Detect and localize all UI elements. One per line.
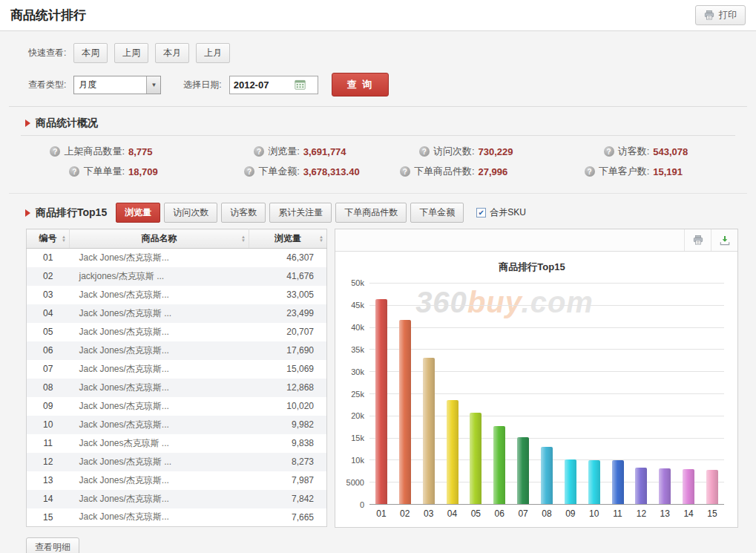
table-row: 11Jack Jones杰克琼斯 ...9,838 xyxy=(27,434,327,453)
chart-body: 商品排行Top15 50k45k40k35k30k25k20k15k10k500… xyxy=(335,252,737,527)
bar-slot xyxy=(369,283,393,504)
x-axis-label: 11 xyxy=(606,508,630,521)
overview-head: 商品统计概况 xyxy=(0,107,756,135)
rank-tab-3[interactable]: 累计关注量 xyxy=(269,203,332,223)
merge-sku-checkbox[interactable]: ✔ xyxy=(476,208,486,217)
date-input[interactable] xyxy=(234,79,295,91)
chart-bar-09 xyxy=(565,459,576,504)
table-row: 06Jack Jones/杰克琼斯...17,690 xyxy=(27,341,327,360)
help-icon[interactable]: ? xyxy=(244,166,254,177)
bar-slot xyxy=(559,283,582,504)
print-button-label: 打印 xyxy=(719,9,737,22)
sort-icon[interactable]: ▲▼ xyxy=(241,235,246,243)
bar-slot xyxy=(464,283,487,504)
stat-value: 18,709 xyxy=(128,166,158,177)
row-name: Jack Jones/杰克琼斯... xyxy=(70,323,249,341)
row-value: 7,665 xyxy=(249,508,327,527)
table-row: 01Jack Jones/杰克琼斯...46,307 xyxy=(27,249,327,267)
chart-download-icon[interactable] xyxy=(711,229,737,251)
stat-label-wrap: ?下单客户数: xyxy=(559,165,649,178)
table-row: 04Jack Jones/杰克琼斯 ...23,499 xyxy=(27,304,327,323)
column-header-views[interactable]: 浏览量 ▲▼ xyxy=(249,229,327,249)
x-axis-label: 13 xyxy=(653,508,677,521)
column-header-name[interactable]: 商品名称 ▲▼ xyxy=(70,229,249,249)
help-icon[interactable]: ? xyxy=(585,166,595,177)
footer: 查看明细 xyxy=(0,528,756,553)
x-axis-label: 15 xyxy=(700,508,724,521)
chart-bar-05 xyxy=(470,413,481,504)
quick-button-1[interactable]: 上周 xyxy=(114,43,148,63)
ranking-head: 商品排行Top15 浏览量访问次数访客数累计关注量下单商品件数下单金额 ✔ 合并… xyxy=(0,194,756,229)
chart-x-labels: 010203040506070809101112131415 xyxy=(369,508,724,521)
rank-table-body: 01Jack Jones/杰克琼斯...46,30702jackjones/杰克… xyxy=(27,249,327,527)
row-name: Jack Jones/杰克琼斯... xyxy=(70,379,249,397)
x-axis-label: 14 xyxy=(677,508,700,521)
stat-value: 543,078 xyxy=(653,146,688,157)
x-axis-label: 07 xyxy=(511,508,535,521)
ranking-content: 编号 ▲▼ 商品名称 ▲▼ 浏览量 ▲▼ 01Jack Jones/杰克琼斯..… xyxy=(0,229,756,528)
sort-icon[interactable]: ▲▼ xyxy=(319,235,323,243)
row-value: 7,842 xyxy=(249,490,327,508)
row-value: 33,005 xyxy=(249,286,327,304)
chart-bar-01 xyxy=(375,299,387,504)
chart-plot: 360buy.com xyxy=(369,283,724,505)
help-icon[interactable]: ? xyxy=(50,146,60,157)
row-value: 15,069 xyxy=(249,360,327,379)
rank-tab-5[interactable]: 下单金额 xyxy=(410,203,464,223)
help-icon[interactable]: ? xyxy=(69,166,79,177)
bar-slot xyxy=(441,283,464,504)
y-axis-label: 20k xyxy=(351,411,364,420)
help-icon[interactable]: ? xyxy=(419,146,430,157)
rank-tab-1[interactable]: 访问次数 xyxy=(164,203,217,223)
x-spacer xyxy=(340,508,369,521)
merge-sku-toggle[interactable]: ✔ 合并SKU xyxy=(476,206,526,219)
quick-button-2[interactable]: 本月 xyxy=(155,43,189,63)
chart-bar-03 xyxy=(423,358,435,504)
y-axis-label: 25k xyxy=(351,390,364,399)
x-axis-label: 09 xyxy=(559,508,582,521)
row-value: 9,982 xyxy=(249,416,327,434)
print-button[interactable]: 打印 xyxy=(695,5,746,25)
rank-tab-0[interactable]: 浏览量 xyxy=(116,203,160,223)
chart-bar-08 xyxy=(541,447,553,504)
row-name: Jack Jones/杰克琼斯... xyxy=(70,360,249,379)
table-row: 13Jack Jones/杰克琼斯...7,987 xyxy=(27,471,327,490)
rank-tab-2[interactable]: 访客数 xyxy=(221,203,266,223)
ranking-title: 商品排行Top15 xyxy=(36,206,107,220)
table-row: 05Jack Jones/杰克琼斯...20,707 xyxy=(27,323,327,341)
quick-button-3[interactable]: 上月 xyxy=(196,43,230,63)
rank-tabs: 浏览量访问次数访客数累计关注量下单商品件数下单金额 xyxy=(116,203,467,223)
calendar-icon[interactable] xyxy=(295,79,306,90)
row-name: Jack Jones/杰克琼斯... xyxy=(70,490,249,508)
bar-slot xyxy=(417,283,441,504)
view-detail-button[interactable]: 查看明细 xyxy=(26,537,79,553)
help-icon[interactable]: ? xyxy=(400,166,410,177)
table-row: 02jackjones/杰克琼斯 ...41,676 xyxy=(27,267,327,286)
quick-button-0[interactable]: 本周 xyxy=(73,43,108,63)
table-row: 08Jack Jones/杰克琼斯...12,868 xyxy=(27,379,327,397)
table-row: 03Jack Jones/杰克琼斯...33,005 xyxy=(27,286,327,304)
stat-value: 8,775 xyxy=(128,146,153,157)
rank-tab-4[interactable]: 下单商品件数 xyxy=(335,203,407,223)
x-axis-label: 05 xyxy=(464,508,487,521)
rank-table: 编号 ▲▼ 商品名称 ▲▼ 浏览量 ▲▼ 01Jack Jones/杰克琼斯..… xyxy=(26,229,327,527)
x-axis-label: 06 xyxy=(487,508,511,521)
chevron-down-icon: ▼ xyxy=(146,76,160,94)
row-value: 10,020 xyxy=(249,397,327,416)
bar-slot xyxy=(606,283,630,504)
view-type-label: 查看类型: xyxy=(28,79,66,91)
help-icon[interactable]: ? xyxy=(604,146,614,157)
column-header-no[interactable]: 编号 ▲▼ xyxy=(27,229,70,249)
row-value: 17,690 xyxy=(249,341,327,360)
table-row: 15Jack Jones/杰克琼斯...7,665 xyxy=(27,508,327,527)
search-button[interactable]: 查 询 xyxy=(332,73,389,96)
sort-icon[interactable]: ▲▼ xyxy=(62,235,66,243)
row-value: 20,707 xyxy=(249,323,327,341)
help-icon[interactable]: ? xyxy=(254,146,264,157)
section-arrow-icon xyxy=(25,209,30,217)
quick-view-label: 快速查看: xyxy=(28,47,66,59)
y-axis-label: 15k xyxy=(351,433,364,442)
chart-print-icon[interactable] xyxy=(684,229,711,251)
view-type-select[interactable]: 月度 ▼ xyxy=(73,76,161,94)
chart-bar-02 xyxy=(399,320,411,504)
